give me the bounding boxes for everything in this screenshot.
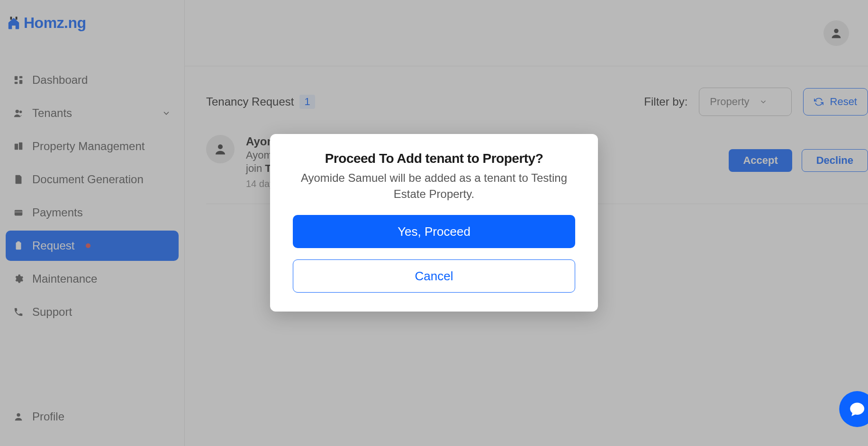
modal-title: Proceed To Add tenant to Property? bbox=[293, 151, 575, 166]
modal-cancel-button[interactable]: Cancel bbox=[293, 259, 575, 293]
modal-overlay[interactable]: Proceed To Add tenant to Property? Ayomi… bbox=[0, 0, 868, 446]
chat-icon bbox=[849, 401, 866, 418]
confirm-modal: Proceed To Add tenant to Property? Ayomi… bbox=[270, 134, 598, 312]
modal-actions: Yes, Proceed Cancel bbox=[293, 215, 575, 293]
modal-subtitle: Ayomide Samuel will be added as a tenant… bbox=[293, 170, 575, 202]
modal-confirm-button[interactable]: Yes, Proceed bbox=[293, 215, 575, 248]
